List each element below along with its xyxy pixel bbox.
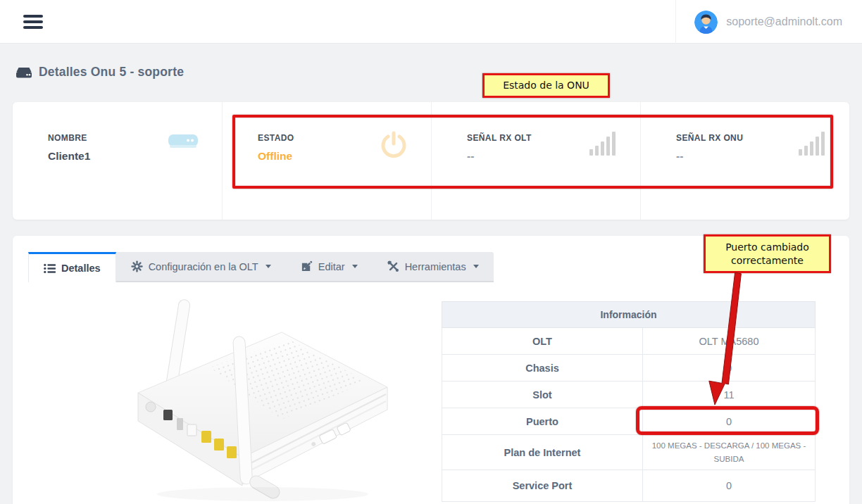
row-label: Puerto	[442, 408, 643, 435]
list-icon	[44, 263, 56, 274]
gear-icon	[131, 260, 143, 272]
tab-label: Editar	[318, 261, 345, 272]
chevron-down-icon	[352, 265, 358, 268]
annotation-arrow	[701, 267, 750, 412]
tab-herramientas[interactable]: Herramientas	[373, 252, 494, 281]
hdd-icon	[15, 65, 32, 80]
tab-label: Detalles	[61, 263, 101, 274]
tools-icon	[387, 260, 399, 272]
status-section-nombre: NOMBRE Cliente1	[13, 102, 222, 220]
row-label: Plan de Internet	[442, 435, 643, 470]
chevron-down-icon	[473, 265, 479, 268]
table-row: OLT OLT MA5680	[442, 328, 816, 355]
row-value: 100 MEGAS - DESCARGA / 100 MEGAS - SUBID…	[643, 435, 816, 470]
row-label: Chasis	[442, 355, 643, 382]
row-label: Slot	[442, 382, 643, 408]
annotation-estado-onu: Estado de la ONU	[482, 73, 610, 98]
edit-icon	[301, 260, 313, 272]
tab-detalles[interactable]: Detalles	[28, 252, 116, 282]
user-email: soporte@adminolt.com	[726, 15, 842, 28]
chevron-down-icon	[266, 265, 271, 268]
tab-label: Herramientas	[405, 261, 466, 272]
row-label: Service Port	[442, 470, 643, 502]
tab-group: Configuración en la OLT Editar	[116, 252, 494, 282]
table-row: Service Port 0	[442, 470, 816, 502]
table-row: Chasis 0	[442, 355, 816, 382]
avatar	[694, 11, 718, 34]
user-profile-menu[interactable]: soporte@adminolt.com	[675, 0, 842, 44]
onu-device-photo	[104, 289, 396, 504]
tab-editar[interactable]: Editar	[286, 252, 373, 281]
onu-details-page: soporte@adminolt.com Detalles Onu 5 - so…	[0, 0, 862, 504]
table-row: Plan de Internet 100 MEGAS - DESCARGA / …	[442, 435, 816, 470]
tab-configuracion-olt[interactable]: Configuración en la OLT	[116, 252, 286, 281]
annotation-puerto-frame	[636, 406, 819, 435]
page-title: Detalles Onu 5 - soporte	[39, 65, 184, 80]
annotation-status-frame	[232, 115, 833, 189]
device-icon	[167, 130, 199, 153]
table-row: Slot 11	[442, 382, 816, 408]
table-header: Información	[442, 302, 816, 328]
tab-label: Configuración en la OLT	[149, 261, 258, 272]
top-navbar: soporte@adminolt.com	[0, 0, 862, 44]
row-value: 0	[643, 470, 816, 502]
row-label: OLT	[442, 328, 643, 355]
tab-bar: Detalles	[28, 252, 494, 282]
hamburger-menu-icon[interactable]	[23, 15, 43, 29]
informacion-table: Información OLT OLT MA5680 Chasis 0 Slot…	[442, 301, 816, 502]
